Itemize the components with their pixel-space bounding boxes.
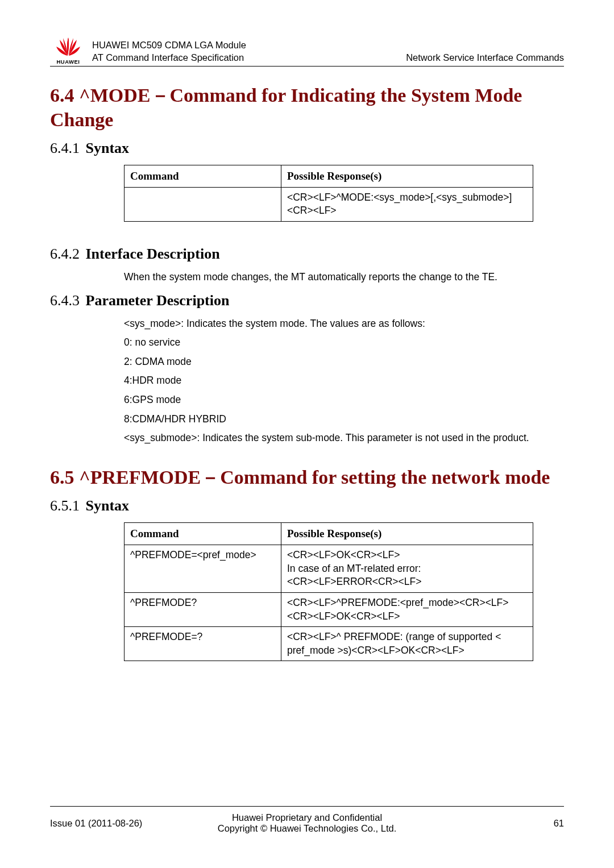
subsection-title: Interface Description — [86, 246, 220, 262]
table-header-command: Command — [125, 523, 281, 545]
response-line: <CR><LF>OK<CR><LF> — [287, 549, 527, 562]
huawei-logo-icon — [55, 36, 81, 58]
paragraph: 4:HDR mode — [124, 374, 564, 388]
paragraph: 2: CDMA mode — [124, 355, 564, 369]
table-row: Command Possible Response(s) — [125, 523, 533, 545]
table-header-response: Possible Response(s) — [281, 523, 533, 545]
page: HUAWEI HUAWEI MC509 CDMA LGA Module AT C… — [0, 0, 614, 868]
subsection-number: 6.4.2 — [50, 246, 80, 262]
doc-title-line1: HUAWEI MC509 CDMA LGA Module — [92, 39, 246, 51]
table-cell-response: <CR><LF>^ PREFMODE: (range of supported … — [281, 627, 533, 661]
table-row: ^PREFMODE? <CR><LF>^PREFMODE:<pref_mode>… — [125, 592, 533, 626]
parameter-description-body: <sys_mode>: Indicates the system mode. T… — [124, 317, 564, 445]
table-header-command: Command — [125, 165, 281, 188]
response-line: <CR><LF>^ PREFMODE: (range of supported … — [287, 630, 527, 657]
paragraph: When the system mode changes, the MT aut… — [124, 271, 564, 284]
table-row: Command Possible Response(s) — [125, 165, 533, 188]
table-cell-command: ^PREFMODE? — [125, 592, 281, 626]
footer-page-number: 61 — [450, 818, 564, 829]
paragraph: 8:CDMA/HDR HYBRID — [124, 413, 564, 426]
table-row: <CR><LF>^MODE:<sys_mode>[,<sys_submode>]… — [125, 187, 533, 221]
table-header-response: Possible Response(s) — [281, 165, 533, 188]
table-cell-response: <CR><LF>OK<CR><LF> In case of an MT-rela… — [281, 545, 533, 593]
table-cell-response: <CR><LF>^MODE:<sys_mode>[,<sys_submode>]… — [281, 187, 533, 221]
paragraph: 0: no service — [124, 336, 564, 350]
response-line: <CR><LF>^PREFMODE:<pref_mode><CR><LF> — [287, 596, 527, 610]
table-cell-response: <CR><LF>^PREFMODE:<pref_mode><CR><LF> <C… — [281, 592, 533, 626]
subsection-6-4-2-heading: 6.4.2 Interface Description — [50, 246, 564, 263]
response-line: <CR><LF>ERROR<CR><LF> — [287, 575, 527, 589]
header-left: HUAWEI MC509 CDMA LGA Module AT Command … — [92, 39, 246, 64]
table-cell-command: ^PREFMODE=? — [125, 627, 281, 661]
huawei-logo: HUAWEI — [50, 33, 86, 65]
section-6-4-heading: 6.4 ^MODE－Command for Indicating the Sys… — [50, 84, 564, 132]
page-header: HUAWEI HUAWEI MC509 CDMA LGA Module AT C… — [50, 33, 564, 67]
table-row: ^PREFMODE=<pref_mode> <CR><LF>OK<CR><LF>… — [125, 545, 533, 593]
subsection-6-5-1-heading: 6.5.1 Syntax — [50, 497, 564, 514]
subsection-number: 6.4.1 — [50, 140, 80, 156]
response-line: <CR><LF>OK<CR><LF> — [287, 610, 527, 624]
paragraph: 6:GPS mode — [124, 393, 564, 407]
syntax-table-6-4: Command Possible Response(s) <CR><LF>^MO… — [124, 165, 533, 222]
subsection-title: Syntax — [86, 497, 130, 514]
table-row: ^PREFMODE=? <CR><LF>^ PREFMODE: (range o… — [125, 627, 533, 661]
footer-issue: Issue 01 (2011-08-26) — [50, 818, 164, 829]
paragraph: <sys_submode>: Indicates the system sub-… — [124, 431, 564, 445]
doc-title-line2: AT Command Interface Specification — [92, 52, 246, 64]
header-section-title: Network Service Interface Commands — [406, 52, 564, 64]
huawei-logo-text: HUAWEI — [57, 59, 80, 65]
section-6-5-heading: 6.5 ^PREFMODE－Command for setting the ne… — [50, 466, 564, 490]
response-line: In case of an MT-related error: — [287, 562, 527, 576]
subsection-6-4-1-heading: 6.4.1 Syntax — [50, 140, 564, 157]
syntax-table-6-5: Command Possible Response(s) ^PREFMODE=<… — [124, 522, 533, 661]
subsection-number: 6.5.1 — [50, 497, 80, 514]
subsection-title: Syntax — [86, 140, 130, 156]
subsection-number: 6.4.3 — [50, 292, 80, 309]
subsection-6-4-3-heading: 6.4.3 Parameter Description — [50, 292, 564, 309]
table-cell-command — [125, 187, 281, 221]
header-titles: HUAWEI MC509 CDMA LGA Module AT Command … — [92, 39, 564, 65]
table-cell-command: ^PREFMODE=<pref_mode> — [125, 545, 281, 593]
interface-description-body: When the system mode changes, the MT aut… — [124, 271, 564, 284]
paragraph: <sys_mode>: Indicates the system mode. T… — [124, 317, 564, 331]
subsection-title: Parameter Description — [86, 292, 230, 309]
footer-proprietary: Huawei Proprietary and Confidential — [164, 812, 450, 823]
footer-center: Huawei Proprietary and Confidential Copy… — [164, 812, 450, 834]
footer-copyright: Copyright © Huawei Technologies Co., Ltd… — [164, 823, 450, 834]
page-footer: Issue 01 (2011-08-26) Huawei Proprietary… — [50, 806, 564, 834]
